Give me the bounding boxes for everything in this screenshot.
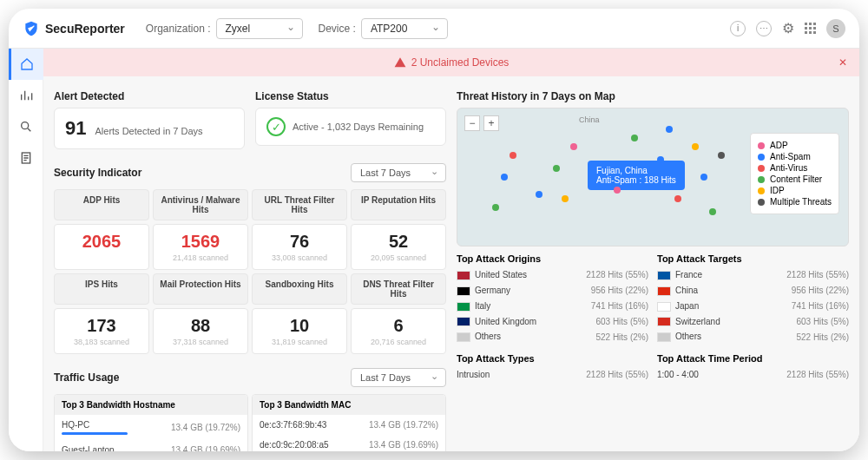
table-row: Germany956 Hits (22%) [457,283,648,299]
info-icon[interactable]: i [730,21,746,36]
metric-header: Mail Protection Hits [153,273,248,305]
metric-cell: 17338,183 scanned [54,308,149,354]
legend-item: Anti-Spam [758,152,832,161]
map-title: Threat History in 7 Days on Map [457,90,849,102]
metric-header: Antivirus / Malware Hits [153,189,248,220]
map-dot [700,174,707,181]
traffic-row: 0e:c3:7f:68:9b:4313.4 GB (19.72%) [253,415,445,435]
close-icon[interactable]: ✕ [838,56,847,69]
metric-header: IPS Hits [54,273,149,305]
nav-home[interactable] [9,49,43,80]
threat-map[interactable]: −+ China Fujian, China Anti-Spam : 188 H… [457,108,849,246]
map-dot [674,195,681,202]
nav-analytics[interactable] [9,80,43,111]
zoom-out[interactable]: − [464,115,480,131]
table-row: Others522 Hits (2%) [457,329,648,345]
security-title: Security Indicator [54,167,141,179]
license-card: ✓ Active - 1,032 Days Remaining [255,108,446,146]
alerts-card: 91 Alerts Detected in 7 Days [54,108,245,149]
table-row: Italy741 Hits (16%) [457,299,648,314]
alerts-caption: Alerts Detected in 7 Days [95,126,202,136]
map-tooltip: Fujian, China Anti-Spam : 188 Hits [588,161,685,190]
map-dot [553,165,560,172]
map-dot [709,208,716,215]
brand-logo: SecuReporter [23,20,125,37]
license-status: Active - 1,032 Days Remaining [293,122,424,132]
map-dot [501,174,508,181]
metric-cell: 156921,418 scanned [153,224,248,270]
legend-item: Multiple Threats [758,197,832,207]
metric-header: IP Reputation Hits [351,189,446,220]
map-dot [657,156,664,163]
org-select[interactable]: Zyxel [216,18,303,39]
check-icon: ✓ [266,117,286,136]
traffic-col1-title: Top 3 Bandwidth Hostname [55,395,247,415]
alerts-title: Alert Detected [54,90,245,102]
table-row: Others522 Hits (2%) [657,329,849,345]
table-row: United Kingdom603 Hits (5%) [457,314,648,330]
targets-title: Top Attack Targets [657,253,849,264]
map-dot [666,126,673,133]
origins-title: Top Attack Origins [457,253,648,264]
legend-item: Anti-Virus [758,163,832,173]
license-title: License Status [255,90,446,102]
table-row: 1:00 - 4:002128 Hits (55%) [657,367,849,382]
metric-cell: 620,716 scanned [351,308,446,354]
tooltip-stat: Anti-Spam : 188 Hits [596,175,676,185]
map-dot [510,152,516,159]
apps-icon[interactable] [805,23,816,34]
svg-point-0 [21,122,28,129]
map-dot [718,152,725,159]
alerts-count: 91 [65,117,86,140]
map-dot [692,143,699,150]
traffic-title: Traffic Usage [54,371,119,384]
nav-search[interactable] [9,111,43,142]
traffic-col2-title: Top 3 Bandwidth MAC [253,395,445,415]
table-row: China956 Hits (22%) [657,283,849,299]
metric-cell: 8837,318 scanned [153,308,248,354]
more-icon[interactable]: ⋯ [756,21,772,36]
map-label-china: China [579,115,600,124]
zoom-in[interactable]: + [483,115,499,131]
home-icon [20,57,34,71]
tooltip-place: Fujian, China [596,166,676,175]
legend-item: ADP [758,141,832,150]
table-row: Japan741 Hits (16%) [657,299,849,314]
metric-header: URL Threat Filter Hits [252,189,347,220]
map-legend: ADPAnti-SpamAnti-VirusContent FilterIDPM… [750,133,839,214]
metric-header: Sandboxing Hits [252,273,347,305]
types-title: Top Attack Types [457,353,648,364]
document-icon [19,151,33,165]
org-label: Organization : [146,23,211,35]
device-label: Device : [319,23,356,35]
legend-item: IDP [758,186,832,195]
metric-header: DNS Threat Filter Hits [351,273,446,305]
avatar[interactable]: S [826,19,845,38]
warning-icon [394,56,406,69]
map-dot [492,204,499,211]
gear-icon[interactable]: ⚙ [782,20,794,36]
map-dot [536,191,542,198]
brand-name: SecuReporter [45,22,125,36]
table-row: United States2128 Hits (55%) [457,267,648,283]
traffic-period-select[interactable]: Last 7 Days [351,368,446,387]
banner-text: 2 Unclaimed Devices [411,56,510,69]
table-row: Intrusion2128 Hits (55%) [457,367,648,382]
traffic-row: de:c0:9c:20:08:a513.4 GB (19.69%) [253,435,445,451]
map-dot [614,187,621,194]
traffic-row: Guest-Laptop13.4 GB (19.69%) [55,440,247,451]
metric-cell: 1031,819 scanned [252,308,347,354]
table-row: Switzerland603 Hits (5%) [657,314,849,330]
table-row: France2128 Hits (55%) [657,267,849,283]
metric-cell: 5220,095 scanned [351,224,446,270]
map-dot [570,143,577,150]
search-icon [19,120,33,134]
security-period-select[interactable]: Last 7 Days [351,163,446,182]
map-dot [562,195,569,202]
nav-reports[interactable] [9,142,43,174]
unclaimed-banner: 2 Unclaimed Devices ✕ [43,49,859,76]
device-select[interactable]: ATP200 [361,18,448,39]
times-title: Top Attack Time Period [657,353,849,364]
bars-icon [19,89,33,102]
metric-cell: 7633,008 scanned [252,224,347,270]
